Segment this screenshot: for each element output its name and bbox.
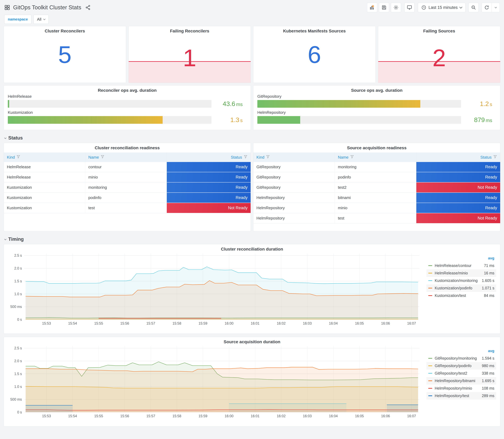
legend-item: HelmRepository/test 289 ms: [426, 392, 496, 400]
table-row: HelmRepository bitnami Ready: [253, 193, 500, 203]
status-badge: Ready: [167, 183, 251, 192]
x-axis-label: 16:04: [329, 414, 338, 418]
zoom-out-button[interactable]: [468, 3, 479, 12]
legend-series-name[interactable]: Kustomization/monitoring: [435, 278, 478, 283]
legend-series-marker: [428, 358, 432, 359]
filter-icon[interactable]: [244, 155, 247, 160]
filter-icon[interactable]: [266, 155, 270, 160]
cell-status: Ready: [167, 193, 251, 203]
tables-row: Cluster reconciliation readiness KindNam…: [4, 143, 500, 231]
legend-item: Kustomization/podinfo 1.071 s: [426, 284, 496, 292]
legend-series-name[interactable]: Kustomization/test: [435, 293, 475, 298]
section-status[interactable]: Status: [4, 133, 500, 143]
cell-name: contour: [85, 162, 167, 172]
filter-icon[interactable]: [350, 155, 354, 160]
column-header-name[interactable]: Name: [85, 153, 167, 162]
section-title: Timing: [8, 236, 24, 242]
stat-value: 6: [253, 41, 375, 68]
cell-kind: HelmRepository: [253, 203, 335, 213]
x-axis-label: 15:58: [172, 414, 181, 418]
gauge-track: [257, 100, 461, 108]
page-title[interactable]: GitOps Toolkit Cluster Stats: [13, 4, 81, 11]
legend-series-avg: 71 ms: [475, 263, 494, 268]
status-badge: Ready: [167, 172, 251, 182]
add-panel-button[interactable]: [367, 3, 377, 12]
cell-kind: GitRepository: [253, 183, 335, 192]
legend-series-marker: [428, 288, 432, 289]
cell-status: Ready: [167, 183, 251, 192]
cell-status: Not Ready: [416, 213, 500, 223]
cell-status: Ready: [416, 162, 500, 172]
x-axis-label: 16:06: [381, 414, 390, 418]
legend-series-name[interactable]: GitRepository/test2: [435, 371, 475, 376]
stat-panel-3: Failing Sources 2: [378, 26, 501, 83]
panel-title: Source acquisition readiness: [253, 143, 500, 151]
x-axis-label: 15:57: [147, 321, 155, 326]
gauge-label: HelmRelease: [8, 94, 247, 99]
plot-area[interactable]: 15:5315:5415:5515:5615:5715:5815:5916:00…: [24, 254, 419, 319]
filter-icon[interactable]: [493, 155, 497, 160]
x-axis-label: 16:02: [277, 321, 286, 326]
column-header-kind[interactable]: Kind: [4, 153, 85, 162]
legend-series-name[interactable]: HelmRepository/test: [435, 394, 475, 398]
variable-selected-value: All: [37, 17, 41, 22]
legend-avg-header[interactable]: avg: [426, 347, 496, 354]
legend-item: GitRepository/podinfo 980 ms: [426, 362, 496, 370]
y-axis-label: 0 s: [17, 317, 22, 322]
column-header-status[interactable]: Status: [167, 153, 251, 162]
legend-series-name[interactable]: HelmRelease/contour: [435, 263, 475, 268]
cell-kind: HelmRepository: [253, 193, 335, 203]
x-axis-label: 15:58: [172, 321, 181, 326]
column-header-status[interactable]: Status: [416, 153, 500, 162]
gauge-value: 879ms: [461, 116, 496, 124]
refresh-interval-dropdown[interactable]: [492, 3, 500, 12]
legend-series-avg: 16 ms: [475, 271, 494, 275]
legend-series-name[interactable]: Kustomization/podinfo: [435, 286, 475, 290]
legend-series-name[interactable]: HelmRelease/minio: [435, 271, 475, 275]
legend-avg-header[interactable]: avg: [426, 254, 496, 262]
x-axis-label: 15:59: [199, 414, 208, 418]
gauge-row: GitRepository 1.2s: [257, 94, 496, 108]
legend-series-avg: 289 ms: [475, 394, 494, 398]
legend-series-marker: [428, 280, 432, 281]
table: KindNameStatus HelmRelease contour Ready…: [4, 153, 251, 213]
cell-status: Ready: [416, 193, 500, 203]
time-range-picker[interactable]: Last 15 minutes: [418, 3, 466, 12]
section-timing[interactable]: Timing: [4, 234, 500, 244]
panel-title: Source ops avg. duration: [253, 85, 500, 94]
x-axis-label: 16:03: [303, 414, 312, 418]
plot-area[interactable]: 15:5315:5415:5515:5615:5715:5815:5916:00…: [24, 346, 419, 412]
share-icon[interactable]: [85, 5, 91, 10]
filter-icon[interactable]: [100, 155, 105, 160]
variable-label-namespace[interactable]: namespace: [4, 15, 31, 24]
chevron-down-icon: [494, 6, 497, 8]
gauge-label: HelmRepository: [257, 110, 496, 115]
legend-series-name[interactable]: GitRepository/monitoring: [435, 356, 477, 361]
legend-series-avg: 980 ms: [475, 364, 494, 368]
column-header-kind[interactable]: Kind: [253, 153, 335, 162]
status-badge: Ready: [167, 162, 251, 172]
x-axis-label: 15:55: [94, 414, 103, 418]
filter-icon[interactable]: [16, 155, 20, 160]
chart-panel-0: Cluster reconciliation duration 0 s500 m…: [4, 244, 500, 334]
x-axis-label: 15:53: [42, 414, 51, 418]
column-header-name[interactable]: Name: [335, 153, 416, 162]
apps-icon[interactable]: [4, 5, 10, 10]
y-axis-label: 1.5 s: [14, 372, 22, 376]
refresh-button[interactable]: [482, 3, 492, 12]
gear-icon[interactable]: [391, 3, 401, 12]
legend-series-name[interactable]: GitRepository/podinfo: [435, 364, 475, 368]
y-axis-label: 1.0 s: [14, 292, 22, 296]
panel-title: Kubernetes Manifests Sources: [253, 26, 375, 34]
save-icon[interactable]: [379, 3, 389, 12]
x-axis-label: 16:00: [225, 414, 234, 418]
legend-series-name[interactable]: HelmRepository/minio: [435, 386, 475, 390]
template-variables: namespace All: [0, 13, 504, 25]
legend-series-name[interactable]: HelmRepository/bitnami: [435, 378, 475, 383]
chevron-down-icon: [4, 238, 6, 240]
x-axis-label: 15:53: [42, 321, 51, 326]
x-axis-label: 16:02: [277, 414, 286, 418]
legend-series-avg: 108 ms: [475, 386, 494, 390]
monitor-icon[interactable]: [404, 3, 415, 12]
variable-value-dropdown[interactable]: All: [34, 15, 49, 24]
